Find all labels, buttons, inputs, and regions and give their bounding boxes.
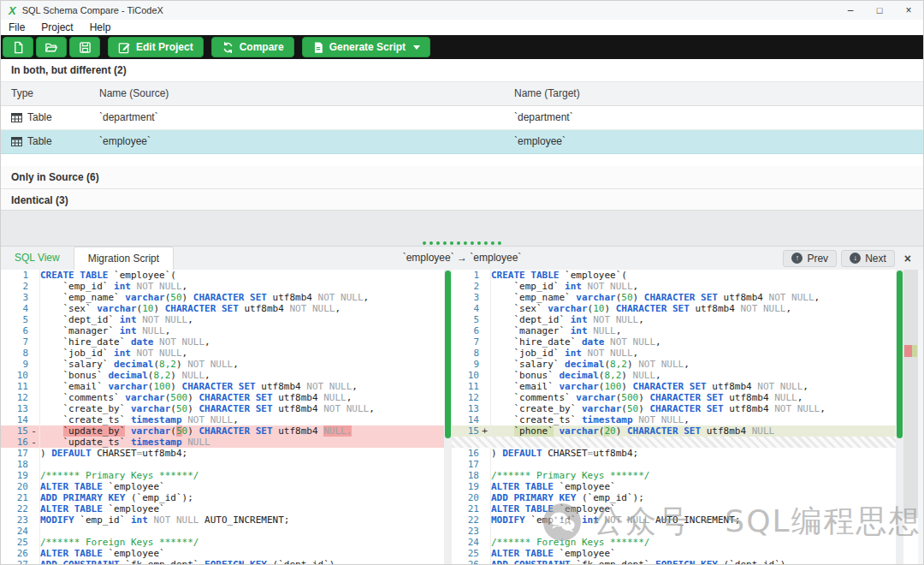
code-line-target-13: 13 `create_by` varchar(50) CHARACTER SET… <box>452 403 896 414</box>
section-identical[interactable]: Identical (3) <box>1 189 923 212</box>
target-sql-pane[interactable]: 1CREATE TABLE `employee`(2 `emp_id` int … <box>452 270 896 565</box>
code-line-target-21: 21ALTER TABLE `employee` <box>452 503 896 514</box>
code-line-source-9: 9 `salary` decimal(8,2) NOT NULL, <box>1 359 444 370</box>
menu-item-file[interactable]: File <box>9 21 25 33</box>
diff-nav-controls: ↑ Prev ↓ Next × <box>783 250 923 267</box>
section-in-both-different[interactable]: In both, but different (2) <box>1 59 923 82</box>
row-name-source: `employee` <box>99 130 151 153</box>
toolbar: Edit Project Compare Generate Script <box>1 35 923 59</box>
compare-label: Compare <box>240 41 284 53</box>
col-header-name-source: Name (Source) <box>99 82 169 105</box>
tab-migration-script[interactable]: Migration Script <box>74 247 174 270</box>
code-line-target-15: 15+ `phone` varchar(20) CHARACTER SET ut… <box>452 425 896 437</box>
column-headers: Type Name (Source) Name (Target) <box>1 82 923 106</box>
edit-pencil-icon <box>118 41 131 54</box>
code-line-target-4: 4 `sex` varchar(10) CHARACTER SET utf8mb… <box>452 303 896 314</box>
removed-marker <box>904 345 912 357</box>
next-diff-button[interactable]: ↓ Next <box>841 250 895 267</box>
close-window-button[interactable]: × <box>894 1 923 20</box>
code-line-source-19: 19/****** Primary Keys ******/ <box>1 470 444 481</box>
code-line-target-18: 18/****** Primary Keys ******/ <box>452 470 896 481</box>
open-project-button[interactable] <box>36 37 67 57</box>
right-scrollbar-thumb[interactable] <box>897 271 903 438</box>
save-project-button[interactable] <box>69 37 100 57</box>
row-gap <box>1 154 923 166</box>
window-controls: – □ × <box>836 1 923 20</box>
comparison-grid: In both, but different (2) Type Name (So… <box>1 59 923 212</box>
code-line-source-26: 26ALTER TABLE `employee` <box>1 548 444 559</box>
caret-down-icon <box>413 45 420 50</box>
section-only-in-source-label: Only in Source (6) <box>11 171 99 183</box>
window-title: SQL Schema Compare - TiCodeX <box>22 5 163 15</box>
open-folder-icon <box>44 41 58 54</box>
code-line-target-9: 9 `salary` decimal(8,2) NOT NULL, <box>452 359 896 370</box>
generate-script-button[interactable]: Generate Script <box>302 37 430 57</box>
menu-item-help[interactable]: Help <box>90 21 111 33</box>
diff-filler-row <box>452 437 896 448</box>
code-line-source-23: 23MODIFY `emp_id` int NOT NULL AUTO_INCR… <box>1 514 444 526</box>
code-line-target-20: 20ADD PRIMARY KEY (`emp_id`); <box>452 492 896 503</box>
menu-item-project[interactable]: Project <box>41 21 73 33</box>
code-line-target-12: 12 `comments` varchar(500) CHARACTER SET… <box>452 392 896 403</box>
code-line-source-14: 14 `create_ts` timestamp NOT NULL, <box>1 414 444 425</box>
code-line-target-22: 22MODIFY `emp_id` int NOT NULL AUTO_INCR… <box>452 514 896 526</box>
code-line-target-3: 3 `emp_name` varchar(50) CHARACTER SET u… <box>452 292 896 303</box>
code-line-source-4: 4 `sex` varchar(10) CHARACTER SET utf8mb… <box>1 303 444 314</box>
code-line-target-25: 25ALTER TABLE `employee` <box>452 548 896 559</box>
code-line-target-1: 1CREATE TABLE `employee`( <box>452 270 896 281</box>
code-line-source-21: 21ADD PRIMARY KEY (`emp_id`); <box>1 492 444 503</box>
compare-button[interactable]: Compare <box>211 37 294 57</box>
script-file-icon <box>312 41 324 54</box>
right-pane-scrollbar[interactable] <box>896 270 903 565</box>
edit-project-button[interactable]: Edit Project <box>108 37 204 57</box>
code-line-target-5: 5 `dept_id` int NOT NULL, <box>452 314 896 325</box>
diff-title: `employee` → `employee` <box>403 247 522 270</box>
diff-tabs: SQL ViewMigration Script <box>1 247 174 270</box>
col-header-type: Type <box>11 82 33 105</box>
table-row-employee[interactable]: Table`employee``employee` <box>1 130 923 154</box>
source-sql-pane[interactable]: 1CREATE TABLE `employee`(2 `emp_id` int … <box>1 270 444 565</box>
minimize-button[interactable]: – <box>836 1 865 20</box>
table-icon <box>11 113 22 122</box>
code-line-target-14: 14 `create_ts` timestamp NOT NULL, <box>452 414 896 425</box>
next-label: Next <box>865 253 886 265</box>
code-line-source-17: 17) DEFAULT CHARSET=utf8mb4; <box>1 448 444 459</box>
arrow-down-circle-icon: ↓ <box>850 253 861 264</box>
diff-panel-header: SQL ViewMigration Script `employee` → `e… <box>1 247 923 270</box>
code-line-target-10: 10 `bonus` decimal(8,2) NULL, <box>452 370 896 381</box>
maximize-button[interactable]: □ <box>865 1 894 20</box>
prev-diff-button[interactable]: ↑ Prev <box>783 250 837 267</box>
new-project-button[interactable] <box>3 37 33 57</box>
left-pane-scrollbar[interactable] <box>444 270 452 565</box>
code-line-source-15: 15- `update_by` varchar(50) CHARACTER SE… <box>1 425 444 437</box>
code-line-source-12: 12 `comments` varchar(500) CHARACTER SET… <box>1 392 444 403</box>
diff-overview-ruler <box>903 270 918 518</box>
code-line-source-7: 7 `hire_date` date NOT NULL, <box>1 336 444 348</box>
save-icon <box>79 41 92 54</box>
left-scrollbar-thumb[interactable] <box>445 271 451 438</box>
section-in-both-label: In both, but different (2) <box>11 64 127 76</box>
prev-label: Prev <box>807 253 828 265</box>
tab-sql-view[interactable]: SQL View <box>1 247 74 270</box>
code-line-source-20: 20ALTER TABLE `employee` <box>1 481 444 492</box>
table-row-department[interactable]: Table`department``department` <box>1 106 923 130</box>
section-only-in-source[interactable]: Only in Source (6) <box>1 166 923 189</box>
diff-panel: SQL ViewMigration Script `employee` → `e… <box>1 246 923 564</box>
code-line-source-2: 2 `emp_id` int NOT NULL, <box>1 281 444 292</box>
code-line-source-27: 27ADD CONSTRAINT `fk_emp_dept` FOREIGN K… <box>1 559 444 565</box>
code-line-source-22: 22ALTER TABLE `employee` <box>1 503 444 514</box>
splitter-handle-icon[interactable] <box>423 241 501 245</box>
close-diff-icon[interactable]: × <box>904 252 911 265</box>
code-line-target-6: 6 `manager` int NULL, <box>452 325 896 336</box>
menu-bar: FileProjectHelp <box>1 20 923 35</box>
code-line-target-26: 26ADD CONSTRAINT `fk_emp_dept` FOREIGN K… <box>452 559 896 565</box>
code-diff-area: 1CREATE TABLE `employee`(2 `emp_id` int … <box>1 270 923 565</box>
code-line-target-7: 7 `hire_date` date NOT NULL, <box>452 336 896 348</box>
row-name-target: `employee` <box>514 130 566 153</box>
row-type: Table <box>11 106 52 129</box>
code-line-target-16: 16) DEFAULT CHARSET=utf8mb4; <box>452 448 896 459</box>
app-window: X SQL Schema Compare - TiCodeX – □ × Fil… <box>0 0 924 565</box>
new-file-icon <box>12 41 25 54</box>
code-line-target-2: 2 `emp_id` int NOT NULL, <box>452 281 896 292</box>
code-line-target-23: 23 <box>452 526 896 537</box>
